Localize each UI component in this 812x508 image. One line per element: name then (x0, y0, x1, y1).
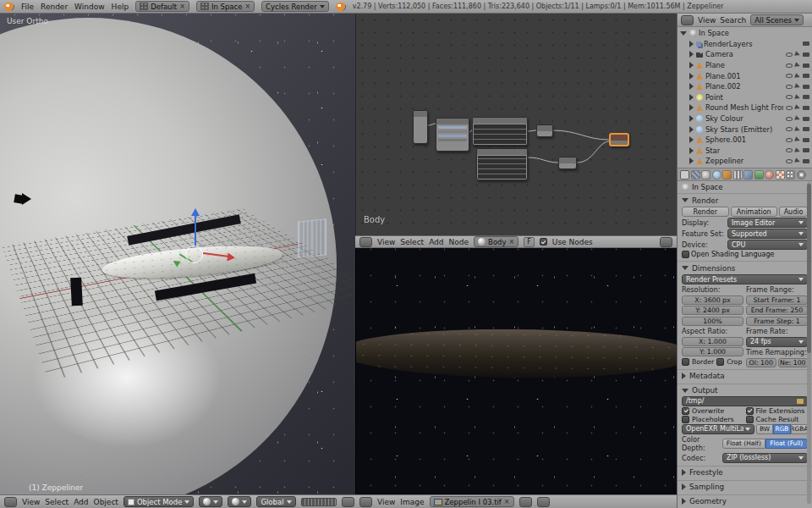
image-image-menu[interactable]: Image (400, 498, 424, 506)
view-menu[interactable]: View (22, 498, 40, 506)
placeholders-checkbox[interactable] (682, 416, 689, 423)
tab-material-icon[interactable] (765, 170, 774, 179)
layer-toggle-grid[interactable] (301, 498, 337, 506)
renderability-icon[interactable] (803, 52, 809, 57)
render-button[interactable]: Render (682, 207, 729, 217)
expand-icon[interactable] (689, 136, 694, 143)
border-checkbox[interactable] (682, 358, 689, 366)
osl-checkbox[interactable] (682, 251, 689, 258)
node-material-output[interactable] (609, 133, 629, 146)
node-editor[interactable]: Body (355, 14, 677, 235)
display-channels-icon[interactable] (537, 497, 550, 507)
object-menu[interactable]: Object (94, 498, 118, 506)
tab-modifiers-icon[interactable] (743, 170, 753, 179)
pin-icon[interactable] (519, 497, 532, 507)
visibility-icon[interactable] (786, 52, 793, 57)
orientation-dropdown[interactable]: Global (256, 496, 295, 507)
expand-icon[interactable] (689, 73, 694, 80)
selectability-icon[interactable] (794, 147, 801, 154)
outliner-row-renderlayers[interactable]: RenderLayers (678, 39, 812, 50)
panel-sampling-header[interactable]: Sampling (682, 482, 808, 493)
expand-icon[interactable] (689, 126, 694, 133)
renderability-icon[interactable] (803, 138, 809, 142)
unlink-material-icon[interactable]: × (509, 238, 515, 246)
display-dropdown[interactable]: Image Editor (727, 218, 808, 228)
selectability-icon[interactable] (794, 158, 801, 165)
tab-render-layers-icon[interactable] (691, 170, 700, 179)
outliner-row-sky-colour[interactable]: Sky Colour (678, 113, 812, 124)
float-half-button[interactable]: Float (Half) (722, 439, 765, 449)
end-frame-field[interactable]: End Frame: 250 (746, 306, 808, 315)
selectability-icon[interactable] (794, 73, 801, 80)
node-shader-upper[interactable] (472, 117, 528, 146)
selectability-icon[interactable] (794, 126, 801, 133)
gizmo-x-arrow-icon[interactable] (227, 252, 235, 262)
editor-type-image-icon[interactable] (359, 497, 372, 507)
dark-plane-left[interactable] (70, 278, 83, 306)
mode-dropdown[interactable]: Object Mode (123, 496, 195, 507)
node-add-menu[interactable]: Add (429, 238, 443, 246)
outliner-row-zeppeliner[interactable]: Zeppeliner (678, 156, 812, 167)
snap-magnet-icon[interactable] (342, 497, 354, 507)
visibility-icon[interactable] (786, 138, 793, 142)
cache-result-checkbox[interactable] (746, 416, 754, 423)
editor-type-3dview-icon[interactable] (4, 497, 17, 507)
renderability-icon[interactable] (803, 106, 809, 110)
tab-render-icon[interactable] (680, 170, 689, 179)
expand-icon[interactable] (689, 157, 694, 164)
material-selector[interactable]: Body × (474, 236, 518, 247)
visibility-icon[interactable] (786, 85, 793, 89)
output-path-field[interactable]: /tmp/ (682, 396, 808, 406)
feature-set-dropdown[interactable]: Supported (727, 229, 808, 239)
gizmo-z-arrow-icon[interactable] (191, 208, 200, 216)
viewport-3d[interactable]: User Ortho (1) Zeppeliner (0, 14, 355, 494)
snap-icon[interactable] (660, 237, 672, 247)
scene-selector[interactable]: In Space × (196, 1, 255, 12)
outliner-row-point[interactable]: Point (678, 92, 812, 103)
overwrite-checkbox[interactable] (682, 407, 689, 415)
star-emitter-plane[interactable] (298, 218, 326, 258)
renderability-icon[interactable] (803, 127, 809, 131)
properties-scrollbar[interactable] (807, 182, 811, 504)
node-texture[interactable] (436, 118, 469, 152)
panel-output-header[interactable]: Output (682, 385, 808, 396)
panel-metadata-header[interactable]: Metadata (682, 371, 808, 382)
visibility-icon[interactable] (786, 95, 793, 99)
rgba-button[interactable]: RGBA (791, 424, 808, 434)
selectability-icon[interactable] (794, 52, 801, 58)
menu-window[interactable]: Window (74, 3, 105, 11)
panel-render-header[interactable]: Render (682, 195, 808, 206)
visibility-icon[interactable] (786, 64, 793, 68)
visibility-icon[interactable] (786, 106, 793, 110)
tab-constraints-icon[interactable] (733, 170, 743, 179)
image-editor[interactable] (355, 248, 677, 494)
expand-icon[interactable] (689, 51, 694, 58)
expand-icon[interactable] (680, 31, 687, 36)
expand-icon[interactable] (689, 83, 694, 90)
unlink-layout-icon[interactable]: × (179, 3, 185, 10)
selectability-icon[interactable] (794, 83, 801, 90)
pivot-dropdown[interactable] (228, 496, 251, 507)
outliner-row-sphere001[interactable]: Sphere.001 (678, 135, 812, 146)
folder-icon[interactable] (797, 399, 804, 404)
editor-type-node-icon[interactable] (359, 237, 372, 247)
node-select-menu[interactable]: Select (400, 238, 424, 246)
aspect-x-field[interactable]: X: 1.000 (682, 337, 743, 346)
outliner-row-plane002[interactable]: Plane.002 (678, 81, 812, 92)
codec-dropdown[interactable]: ZIP (lossless) (722, 453, 808, 463)
renderability-icon[interactable] (803, 41, 809, 46)
outliner-row-round-mesh-light[interactable]: Round Mesh Light Front (678, 102, 812, 113)
node-node-menu[interactable]: Node (449, 238, 469, 246)
tab-scene-icon[interactable] (701, 170, 710, 179)
render-engine-dropdown[interactable]: Cycles Render (261, 1, 329, 12)
use-nodes-checkbox[interactable] (540, 238, 547, 246)
tab-object-data-icon[interactable] (754, 170, 764, 179)
expand-icon[interactable] (689, 41, 694, 47)
device-dropdown[interactable]: CPU (727, 240, 808, 250)
renderability-icon[interactable] (803, 148, 809, 152)
visibility-icon[interactable] (786, 117, 793, 121)
outliner-row-star[interactable]: Star (678, 146, 812, 157)
visibility-icon[interactable] (786, 127, 793, 131)
outliner-row-plane[interactable]: Plane (678, 60, 812, 71)
selectability-icon[interactable] (794, 105, 801, 112)
